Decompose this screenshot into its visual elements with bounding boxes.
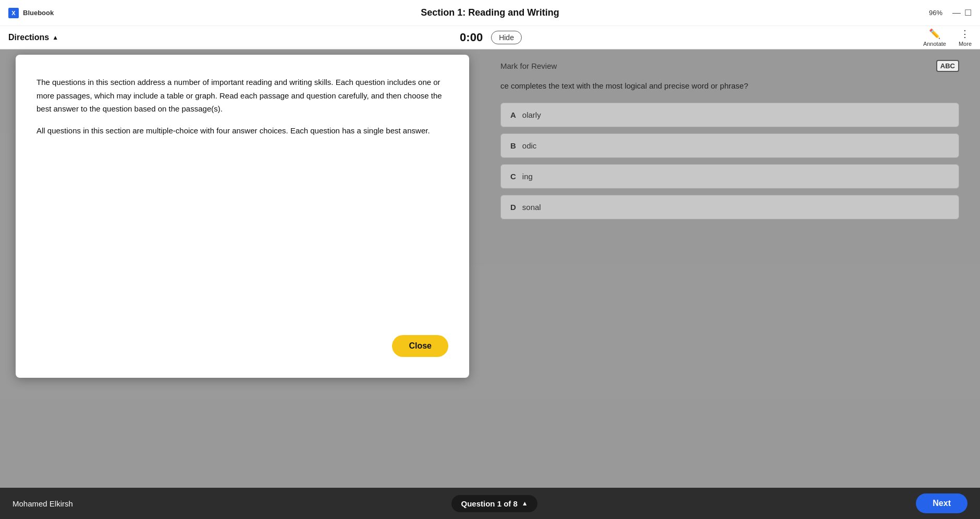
annotate-button[interactable]: ✏️ Annotate (923, 28, 946, 47)
chevron-up-icon: ▲ (522, 500, 528, 507)
bottom-bar: Mohamed Elkirsh Question 1 of 8 ▲ Next (0, 488, 980, 519)
close-button[interactable]: Close (392, 335, 448, 357)
choice-b[interactable]: B odic (500, 133, 959, 158)
student-name: Mohamed Elkirsh (13, 499, 73, 508)
app-title: X Bluebook (8, 8, 54, 18)
directions-paragraph-2: All questions in this section are multip… (36, 124, 448, 138)
main-content: Mark for Review ABC ce completes the tex… (0, 50, 980, 488)
top-right-controls: 96% — ☐ (929, 9, 972, 17)
minimize-button[interactable]: — (953, 9, 960, 17)
zoom-level: 96% (929, 9, 942, 17)
directions-button[interactable]: Directions ▲ (8, 33, 58, 42)
choice-a[interactable]: A olarly (500, 103, 959, 127)
choice-d-text: sonal (522, 203, 541, 212)
top-bar: X Bluebook Section 1: Reading and Writin… (0, 0, 980, 50)
choice-c[interactable]: C ing (500, 164, 959, 189)
maximize-button[interactable]: ☐ (964, 9, 972, 17)
question-indicator-text: Question 1 of 8 (461, 499, 517, 508)
choice-b-text: odic (522, 141, 537, 150)
choice-a-text: olarly (522, 110, 541, 119)
window-controls: — ☐ (953, 9, 972, 17)
mark-review-row: Mark for Review ABC (500, 60, 959, 72)
question-indicator[interactable]: Question 1 of 8 ▲ (451, 495, 537, 512)
choice-b-label: B (510, 141, 516, 150)
more-button[interactable]: ⋮ More (959, 28, 972, 47)
top-bar-actions: ✏️ Annotate ⋮ More (923, 28, 972, 47)
abc-badge: ABC (936, 60, 959, 72)
choice-d[interactable]: D sonal (500, 195, 959, 219)
more-icon: ⋮ (960, 28, 970, 40)
more-label: More (959, 41, 972, 47)
app-logo: X (8, 8, 19, 18)
directions-label: Directions (8, 33, 49, 42)
choice-a-label: A (510, 110, 516, 119)
answer-choices: A olarly B odic C ing D sonal (500, 103, 959, 219)
next-button[interactable]: Next (916, 493, 967, 513)
mark-review-label: Mark for Review (500, 61, 557, 70)
section-title: Section 1: Reading and Writing (421, 7, 559, 18)
annotate-label: Annotate (923, 41, 946, 47)
choice-c-label: C (510, 172, 516, 181)
timer: 0:00 (460, 31, 483, 44)
directions-paragraph-1: The questions in this section address a … (36, 76, 448, 116)
hide-button[interactable]: Hide (491, 31, 522, 44)
question-prompt: ce completes the text with the most logi… (500, 80, 959, 92)
choice-c-text: ing (522, 172, 533, 181)
choice-d-label: D (510, 203, 516, 212)
chevron-up-icon: ▲ (52, 34, 58, 41)
app-name: Bluebook (23, 9, 54, 17)
directions-footer: Close (36, 335, 448, 357)
directions-panel: The questions in this section address a … (16, 55, 469, 378)
annotate-icon: ✏️ (929, 28, 940, 40)
